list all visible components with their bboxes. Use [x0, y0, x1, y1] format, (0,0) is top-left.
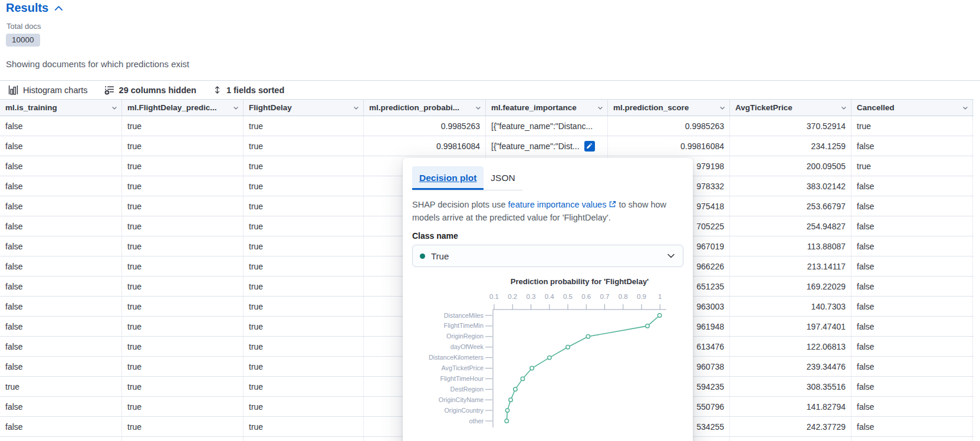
table-cell[interactable] — [122, 437, 244, 441]
table-cell[interactable]: true — [244, 317, 364, 336]
table-cell[interactable]: false — [0, 337, 122, 356]
table-cell[interactable]: true — [122, 297, 244, 316]
table-cell[interactable]: 254.94827 — [730, 216, 851, 236]
class-name-select[interactable]: True — [412, 245, 683, 267]
table-cell[interactable]: 0.99816084 — [364, 136, 486, 156]
table-cell[interactable]: true — [244, 277, 364, 296]
table-cell[interactable]: 0.99816084 — [608, 136, 730, 156]
table-cell[interactable]: false — [0, 176, 122, 196]
table-cell[interactable]: true — [244, 357, 364, 376]
table-cell[interactable]: true — [122, 136, 244, 156]
table-cell[interactable]: true — [122, 417, 244, 436]
histogram-charts-button[interactable]: Histogram charts — [8, 85, 88, 95]
table-cell[interactable]: true — [244, 337, 364, 356]
table-cell[interactable]: false — [0, 216, 122, 236]
table-cell[interactable]: true — [244, 136, 364, 156]
table-cell[interactable]: false — [0, 196, 122, 216]
tab-json[interactable]: JSON — [484, 166, 522, 190]
table-cell[interactable]: false — [851, 417, 973, 436]
table-cell[interactable]: true — [122, 397, 244, 416]
table-cell[interactable]: false — [0, 277, 122, 296]
table-cell[interactable]: true — [122, 216, 244, 236]
table-cell[interactable]: false — [851, 397, 973, 416]
table-cell[interactable]: false — [0, 417, 122, 436]
table-cell[interactable]: true — [122, 176, 244, 196]
table-cell[interactable]: 0.9985263 — [608, 116, 730, 136]
table-cell[interactable] — [244, 437, 364, 441]
table-cell[interactable]: 141.82794 — [730, 397, 851, 416]
table-cell[interactable]: false — [851, 256, 973, 276]
table-cell[interactable]: false — [0, 256, 122, 276]
table-cell[interactable]: false — [851, 377, 973, 396]
column-header[interactable]: ml.feature_importance — [486, 100, 608, 116]
collapse-chevron-up-icon[interactable] — [54, 5, 63, 11]
table-cell[interactable]: true — [244, 256, 364, 276]
table-cell[interactable]: true — [122, 116, 244, 136]
table-cell[interactable]: true — [244, 236, 364, 256]
column-header[interactable]: ml.is_training — [0, 100, 122, 116]
column-header[interactable]: ml.FlightDelay_predic... — [122, 100, 244, 116]
table-cell[interactable]: 239.34476 — [730, 357, 851, 376]
table-cell[interactable]: true — [244, 156, 364, 176]
table-cell[interactable]: true — [122, 317, 244, 336]
table-cell[interactable]: true — [244, 216, 364, 236]
table-cell[interactable]: true — [122, 256, 244, 276]
feature-importance-link[interactable]: feature importance values — [508, 200, 607, 209]
table-cell[interactable]: true — [244, 397, 364, 416]
table-cell[interactable]: 197.47401 — [730, 317, 851, 336]
table-cell[interactable]: true — [122, 277, 244, 296]
table-cell[interactable]: false — [851, 136, 973, 156]
table-cell[interactable]: true — [244, 116, 364, 136]
column-header[interactable]: ml.prediction_probabi... — [364, 100, 486, 116]
table-cell[interactable]: false — [0, 156, 122, 176]
table-cell[interactable]: true — [122, 196, 244, 216]
table-cell[interactable]: true — [122, 156, 244, 176]
table-cell[interactable]: 308.35516 — [730, 377, 851, 396]
column-header[interactable]: AvgTicketPrice — [730, 100, 851, 116]
table-cell[interactable]: 200.09505 — [730, 156, 851, 176]
table-cell[interactable]: 213.14117 — [730, 256, 851, 276]
table-cell[interactable]: 383.02142 — [730, 176, 851, 196]
table-cell[interactable]: false — [851, 317, 973, 336]
table-cell[interactable]: true — [122, 377, 244, 396]
table-cell[interactable] — [851, 437, 973, 441]
table-cell[interactable]: [{"feature_name":"Dist... — [486, 136, 608, 156]
table-cell[interactable]: false — [851, 357, 973, 376]
table-cell[interactable]: 113.88087 — [730, 236, 851, 256]
table-cell[interactable]: 253.66797 — [730, 196, 851, 216]
table-cell[interactable]: false — [851, 176, 973, 196]
table-cell[interactable]: 370.52914 — [730, 116, 851, 136]
expand-cell-button[interactable] — [584, 141, 595, 152]
table-cell[interactable]: true — [244, 417, 364, 436]
table-cell[interactable] — [0, 437, 122, 441]
table-cell[interactable]: true — [122, 357, 244, 376]
table-cell[interactable]: false — [851, 337, 973, 356]
table-cell[interactable]: true — [244, 176, 364, 196]
table-cell[interactable]: true — [851, 156, 973, 176]
column-header[interactable]: FlightDelay — [244, 100, 364, 116]
table-cell[interactable]: 122.06813 — [730, 337, 851, 356]
table-cell[interactable]: 140.7303 — [730, 297, 851, 316]
table-cell[interactable]: false — [0, 116, 122, 136]
columns-hidden-button[interactable]: 29 columns hidden — [104, 85, 196, 95]
table-cell[interactable]: true — [244, 297, 364, 316]
table-cell[interactable]: false — [851, 236, 973, 256]
table-cell[interactable]: 0.9985263 — [364, 116, 486, 136]
table-cell[interactable]: true — [122, 236, 244, 256]
table-cell[interactable]: 234.1259 — [730, 136, 851, 156]
table-cell[interactable]: false — [0, 136, 122, 156]
table-cell[interactable]: true — [851, 116, 973, 136]
table-cell[interactable]: true — [122, 337, 244, 356]
column-header[interactable]: Cancelled — [851, 100, 973, 116]
table-cell[interactable]: true — [244, 377, 364, 396]
table-cell[interactable]: false — [851, 196, 973, 216]
table-cell[interactable]: false — [0, 297, 122, 316]
table-cell[interactable]: true — [0, 377, 122, 396]
table-cell[interactable]: false — [851, 297, 973, 316]
table-cell[interactable]: false — [0, 317, 122, 336]
table-cell[interactable]: true — [244, 196, 364, 216]
column-header[interactable]: ml.prediction_score — [608, 100, 730, 116]
table-cell[interactable] — [730, 437, 851, 441]
table-cell[interactable]: 169.22029 — [730, 277, 851, 296]
fields-sorted-button[interactable]: 1 fields sorted — [213, 85, 284, 95]
